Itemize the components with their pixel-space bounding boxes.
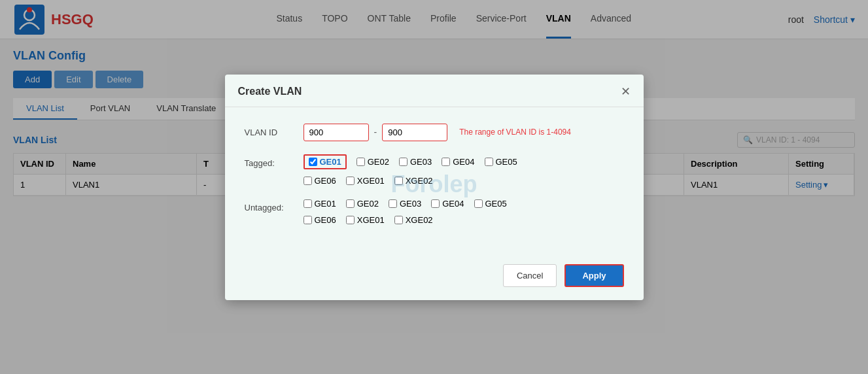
modal-footer: Cancel Apply (225, 254, 644, 300)
tagged-ge03-item[interactable]: GE03 (399, 157, 432, 167)
untagged-ge03-item[interactable]: GE03 (389, 199, 421, 209)
modal-overlay: Create VLAN ✕ Forolep VLAN ID - The rang… (0, 0, 868, 374)
tagged-xge01-checkbox[interactable] (346, 177, 355, 185)
untagged-ge04-label: GE04 (442, 199, 464, 209)
untagged-ge06-item[interactable]: GE06 (304, 215, 336, 225)
tagged-form-row: Tagged: GE01 GE02 (245, 154, 624, 186)
vlan-id-form-row: VLAN ID - The range of VLAN ID is 1-4094 (245, 124, 624, 141)
tagged-ge06-item[interactable]: GE06 (304, 176, 336, 186)
untagged-checkbox-group: GE01 GE02 GE03 (304, 199, 624, 209)
untagged-xge02-item[interactable]: XGE02 (394, 215, 433, 225)
tagged-xge02-item[interactable]: XGE02 (394, 176, 433, 186)
untagged-xge01-item[interactable]: XGE01 (346, 215, 385, 225)
tagged-checkbox-group: GE01 GE02 GE03 (304, 154, 624, 169)
untagged-form-row: Untagged: GE01 GE02 (245, 199, 624, 225)
untagged-ge05-checkbox[interactable] (474, 199, 483, 208)
untagged-xge02-label: XGE02 (406, 215, 433, 225)
tagged-ge01-checkbox[interactable] (309, 158, 317, 166)
tagged-ge05-label: GE05 (496, 157, 517, 167)
tagged-xge02-checkbox[interactable] (394, 177, 403, 185)
untagged-ge01-item[interactable]: GE01 (304, 199, 336, 209)
untagged-label: Untagged: (245, 199, 304, 212)
tagged-ge05-item[interactable]: GE05 (485, 157, 517, 167)
tagged-ge03-checkbox[interactable] (399, 158, 408, 166)
apply-button[interactable]: Apply (564, 264, 623, 287)
page-content: VLAN Config Add Edit Delete VLAN List Po… (0, 39, 868, 374)
untagged-ge05-item[interactable]: GE05 (474, 199, 507, 209)
untagged-xge01-checkbox[interactable] (346, 216, 355, 224)
untagged-ge01-label: GE01 (315, 199, 336, 209)
modal-title: Create VLAN (238, 86, 302, 97)
tagged-ge06-label: GE06 (315, 176, 336, 186)
tagged-ge04-item[interactable]: GE04 (442, 157, 474, 167)
untagged-ge04-checkbox[interactable] (431, 199, 440, 208)
untagged-ge06-label: GE06 (315, 215, 336, 225)
untagged-ge01-checkbox[interactable] (304, 199, 312, 208)
vlan-range-hint: The range of VLAN ID is 1-4094 (459, 128, 571, 137)
untagged-xge02-checkbox[interactable] (394, 216, 403, 224)
tagged-xge01-item[interactable]: XGE01 (346, 176, 385, 186)
tagged-content: GE01 GE02 GE03 (304, 154, 624, 186)
tagged-ge06-checkbox[interactable] (304, 177, 312, 185)
untagged-ge02-checkbox[interactable] (346, 199, 355, 208)
untagged-ge03-checkbox[interactable] (389, 199, 397, 208)
untagged-ge02-item[interactable]: GE02 (346, 199, 379, 209)
create-vlan-modal: Create VLAN ✕ Forolep VLAN ID - The rang… (225, 75, 644, 300)
vlan-id-end-input[interactable] (382, 124, 447, 141)
tagged-ge04-label: GE04 (453, 157, 474, 167)
tagged-ge03-label: GE03 (410, 157, 432, 167)
tagged-xge01-label: XGE01 (357, 176, 385, 186)
modal-body: Forolep VLAN ID - The range of VLAN ID i… (225, 107, 644, 254)
untagged-ge05-label: GE05 (485, 199, 507, 209)
untagged-ge06-checkbox[interactable] (304, 216, 312, 224)
tagged-ge04-checkbox[interactable] (442, 158, 450, 166)
vlan-separator: - (374, 127, 377, 137)
tagged-xge02-label: XGE02 (406, 176, 433, 186)
tagged-ge02-item[interactable]: GE02 (356, 157, 389, 167)
vlan-id-start-input[interactable] (304, 124, 369, 141)
tagged-checkbox-group-2: GE06 XGE01 XGE02 (304, 176, 624, 186)
untagged-content: GE01 GE02 GE03 (304, 199, 624, 225)
tagged-ge01-label: GE01 (320, 157, 341, 167)
tagged-label: Tagged: (245, 154, 304, 168)
untagged-ge04-item[interactable]: GE04 (431, 199, 464, 209)
tagged-ge05-checkbox[interactable] (485, 158, 493, 166)
cancel-button[interactable]: Cancel (503, 264, 557, 287)
vlan-id-label: VLAN ID (245, 124, 304, 137)
tagged-ge02-label: GE02 (368, 157, 389, 167)
modal-close-button[interactable]: ✕ (621, 84, 631, 99)
vlan-id-content: - The range of VLAN ID is 1-4094 (304, 124, 624, 141)
untagged-ge02-label: GE02 (357, 199, 379, 209)
untagged-xge01-label: XGE01 (357, 215, 385, 225)
tagged-ge01-checkbox-wrapper[interactable]: GE01 (304, 154, 347, 169)
untagged-checkbox-group-2: GE06 XGE01 XGE02 (304, 215, 624, 225)
tagged-ge02-checkbox[interactable] (356, 158, 365, 166)
untagged-ge03-label: GE03 (400, 199, 421, 209)
modal-header: Create VLAN ✕ (225, 75, 644, 107)
